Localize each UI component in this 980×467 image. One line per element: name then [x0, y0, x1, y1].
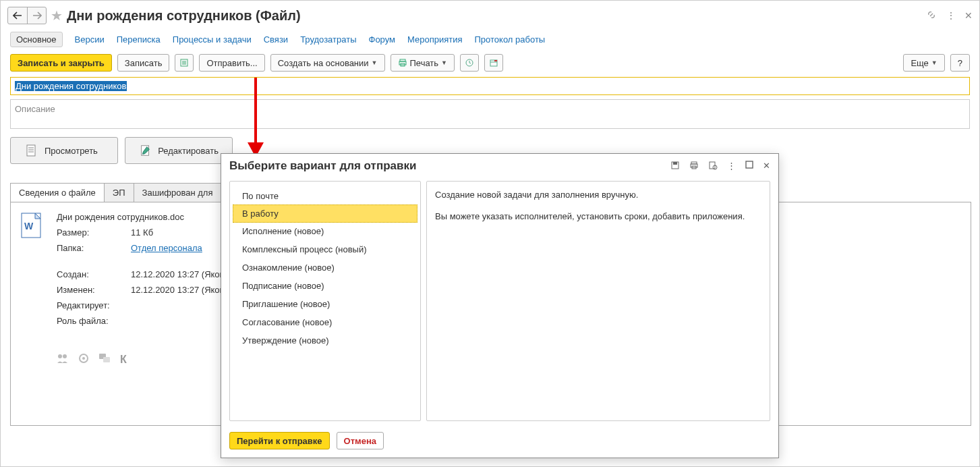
edit-button[interactable]: Редактировать [125, 137, 233, 164]
print-button[interactable]: Печать ▼ [391, 54, 455, 72]
created-value: 12.12.2020 13:27 (Яков [131, 269, 225, 279]
option-approve[interactable]: Согласование (новое) [230, 313, 420, 331]
option-complex[interactable]: Комплексный процесс (новый) [230, 240, 420, 258]
option-sign[interactable]: Подписание (новое) [230, 277, 420, 295]
tab-work[interactable]: Трудозатраты [300, 34, 356, 45]
chevron-down-icon: ▼ [931, 59, 938, 66]
view-label: Просмотреть [45, 146, 98, 156]
kebab-icon[interactable]: ⋮ [946, 10, 955, 21]
filetab-info[interactable]: Сведения о файле [10, 183, 105, 202]
send-dialog: Выберите вариант для отправки ⋮ ✕ По поч… [221, 153, 779, 458]
page-title: Дни рождения сотрудников (Файл) [67, 8, 301, 24]
option-acquaint[interactable]: Ознакомление (новое) [230, 258, 420, 277]
role-label: Роль файла: [57, 316, 131, 326]
titlebar: ★ Дни рождения сотрудников (Файл) ⋮ ✕ [1, 1, 979, 28]
svg-rect-25 [103, 357, 110, 362]
option-execution[interactable]: Исполнение (новое) [230, 222, 420, 240]
printer-icon [398, 58, 407, 67]
dialog-desc-line2: Вы можете указать исполнителей, установи… [435, 210, 761, 223]
users-icon[interactable] [57, 353, 69, 366]
svg-text:W: W [24, 221, 34, 231]
forward-button[interactable] [27, 7, 46, 24]
title-actions: ⋮ ✕ [926, 9, 973, 22]
option-mail[interactable]: По почте [230, 187, 420, 205]
tab-versions[interactable]: Версии [75, 34, 105, 45]
help-button[interactable]: ? [950, 54, 970, 72]
size-value: 11 Кб [131, 227, 225, 238]
svg-rect-35 [746, 161, 753, 168]
doc-file-icon: W [20, 212, 45, 366]
dialog-go-button[interactable]: Перейти к отправке [229, 432, 330, 449]
tab-protocol[interactable]: Протокол работы [475, 34, 546, 45]
nav-tabs: Основное Версии Переписка Процессы и зад… [1, 28, 979, 54]
option-invite[interactable]: Приглашение (новое) [230, 295, 420, 313]
save-button[interactable]: Записать [117, 54, 170, 72]
dialog-kebab-icon[interactable]: ⋮ [727, 161, 736, 172]
list-icon-button[interactable] [175, 54, 194, 72]
filetab-encrypted[interactable]: Зашифрован для [134, 183, 222, 202]
print-label: Печать [410, 58, 439, 68]
favorite-star-icon[interactable]: ★ [51, 7, 63, 24]
svg-point-20 [58, 354, 62, 358]
dialog-desc-line1: Создание новой задачи для заполнения вру… [435, 188, 761, 202]
back-button[interactable] [8, 7, 27, 24]
create-based-button[interactable]: Создать на основании ▼ [270, 54, 385, 72]
dialog-options-list: По почте В работу Исполнение (новое) Ком… [229, 181, 421, 421]
svg-rect-29 [673, 162, 677, 165]
dialog-description: Создание новой задачи для заполнения вру… [426, 181, 770, 421]
option-confirm[interactable]: Утверждение (новое) [230, 331, 420, 350]
svg-point-23 [82, 357, 85, 360]
more-button[interactable]: Еще ▼ [903, 54, 944, 72]
folder-label: Папка: [57, 243, 131, 253]
schedule-icon-button[interactable] [484, 54, 503, 72]
nav-history [7, 7, 47, 24]
dialog-preview-icon[interactable] [708, 161, 718, 172]
edit-label: Редактировать [158, 146, 219, 156]
editing-label: Редактирует: [57, 300, 131, 310]
folder-link[interactable]: Отдел персонала [131, 243, 202, 253]
dialog-print-icon[interactable] [689, 161, 699, 172]
chat-icon[interactable] [98, 353, 111, 366]
role-value [131, 316, 225, 326]
modified-label: Изменен: [57, 285, 131, 295]
title-value: Дни рождения сотрудников [15, 81, 127, 91]
modified-value: 12.12.2020 13:27 (Яков [131, 285, 225, 295]
description-input[interactable]: Описание [10, 99, 970, 129]
dialog-maximize-icon[interactable] [745, 161, 753, 172]
tab-events[interactable]: Мероприятия [407, 34, 463, 45]
tab-processes[interactable]: Процессы и задачи [173, 34, 252, 45]
chevron-down-icon: ▼ [441, 59, 447, 66]
app-window: ★ Дни рождения сотрудников (Файл) ⋮ ✕ Ос… [0, 0, 980, 467]
tab-main[interactable]: Основное [10, 32, 63, 47]
create-based-label: Создать на основании [278, 58, 369, 68]
save-close-button[interactable]: Записать и закрыть [10, 54, 112, 72]
svg-point-21 [63, 354, 67, 358]
target-icon[interactable] [78, 353, 89, 366]
created-label: Создан: [57, 269, 131, 279]
tab-correspondence[interactable]: Переписка [117, 34, 161, 45]
editing-value [131, 300, 225, 310]
document-icon [24, 144, 38, 157]
view-button[interactable]: Просмотреть [10, 137, 118, 164]
clock-icon-button[interactable] [460, 54, 479, 72]
send-button[interactable]: Отправить... [199, 54, 264, 72]
svg-rect-13 [27, 145, 35, 156]
dialog-footer: Перейти к отправке Отмена [221, 427, 778, 458]
status-icons: К [57, 353, 225, 366]
filename: Дни рождения сотрудников.doc [57, 212, 225, 222]
dialog-title: Выберите вариант для отправки [229, 159, 416, 173]
dialog-titlebar: Выберите вариант для отправки ⋮ ✕ [221, 154, 778, 175]
dialog-close-icon[interactable]: ✕ [763, 161, 770, 172]
dialog-cancel-button[interactable]: Отмена [337, 432, 384, 449]
filetab-ep[interactable]: ЭП [104, 183, 134, 202]
tab-forum[interactable]: Форум [369, 34, 396, 45]
close-icon[interactable]: ✕ [964, 10, 973, 21]
dialog-save-icon[interactable] [670, 161, 680, 172]
chevron-down-icon: ▼ [372, 59, 378, 66]
link-icon[interactable] [926, 9, 937, 22]
edit-icon [139, 144, 151, 157]
tab-links[interactable]: Связи [264, 34, 288, 45]
option-work[interactable]: В работу [233, 204, 417, 223]
title-input[interactable]: Дни рождения сотрудников [10, 77, 970, 95]
status-k[interactable]: К [120, 354, 127, 366]
